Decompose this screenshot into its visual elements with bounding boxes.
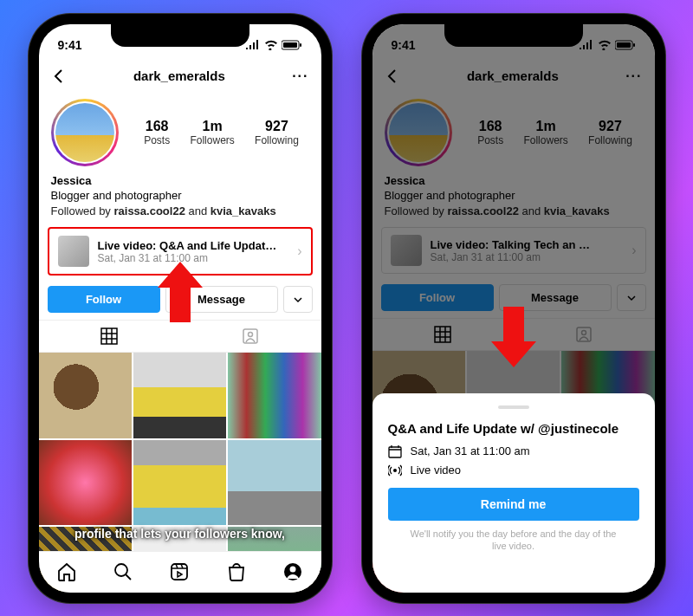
phone-notch (111, 24, 249, 47)
profile-tabs (39, 320, 321, 353)
home-icon[interactable] (56, 561, 77, 582)
stat-following[interactable]: 927 Following (255, 119, 299, 146)
profile-avatar[interactable] (51, 99, 119, 166)
battery-icon (282, 40, 302, 50)
sheet-date: Sat, Jan 31 at 11:00 am (411, 444, 530, 457)
phone-left: 9:41 dark_emeralds ··· 168 Posts (29, 14, 332, 603)
svg-rect-14 (389, 447, 401, 457)
svg-point-15 (393, 469, 397, 472)
stat-posts[interactable]: 168 Posts (144, 119, 170, 146)
grid-icon (100, 327, 118, 345)
stat-followers[interactable]: 1m Followers (190, 119, 234, 146)
sheet-date-row: Sat, Jan 31 at 11:00 am (388, 444, 639, 458)
svg-point-8 (289, 567, 295, 573)
bio-name: Jessica (51, 173, 309, 189)
following-count: 927 (255, 119, 299, 134)
reels-icon[interactable] (169, 561, 190, 582)
followers-label: Followers (190, 134, 234, 146)
following-label: Following (255, 134, 299, 146)
caption-text: profile that lets your followers know, (39, 527, 321, 541)
tagged-icon (242, 327, 259, 345)
suggestions-dropdown-button[interactable] (283, 286, 313, 313)
post-thumbnail[interactable] (228, 353, 321, 438)
post-thumbnail[interactable] (39, 353, 132, 438)
chevron-down-icon (293, 295, 303, 305)
status-time: 9:41 (58, 38, 82, 52)
broadcast-icon (388, 464, 402, 477)
live-detail-sheet: Q&A and Life Update w/ @justinecole Sat,… (372, 393, 655, 593)
sheet-handle[interactable] (498, 405, 529, 409)
bio-description: Blogger and photographer (51, 188, 309, 204)
profile-stats-row: 168 Posts 1m Followers 927 Following (39, 94, 321, 172)
shop-icon[interactable] (226, 561, 247, 582)
profile-bio: Jessica Blogger and photographer Followe… (39, 172, 321, 226)
chevron-right-icon: › (297, 243, 301, 259)
wifi-icon (264, 40, 278, 50)
post-thumbnail[interactable] (133, 440, 226, 526)
bottom-nav (39, 551, 321, 593)
back-icon[interactable] (51, 68, 67, 84)
follow-button[interactable]: Follow (48, 286, 160, 313)
annotation-arrow-down (491, 307, 536, 367)
remind-me-button[interactable]: Remind me (388, 488, 639, 521)
phone-right: 9:41 dark_emeralds ··· 168 Posts (362, 14, 665, 603)
svg-rect-1 (283, 42, 297, 48)
search-icon[interactable] (113, 561, 133, 582)
followed-by: Followed by raissa.cool22 and kvia_kavak… (51, 204, 309, 219)
svg-rect-6 (172, 564, 187, 580)
phone-notch (444, 24, 583, 47)
annotation-arrow-up (158, 262, 203, 322)
post-thumbnail[interactable] (39, 440, 132, 526)
post-thumbnail[interactable] (133, 353, 226, 438)
profile-icon[interactable] (282, 561, 303, 582)
sheet-type-row: Live video (388, 464, 639, 477)
calendar-icon (388, 444, 402, 458)
tab-tagged[interactable] (180, 321, 321, 352)
signal-icon (245, 40, 261, 49)
live-title: Live video: Q&A and Life Updat… (98, 239, 289, 252)
more-options-icon[interactable]: ··· (292, 68, 308, 84)
status-indicators (245, 40, 302, 50)
post-thumbnail[interactable] (228, 440, 321, 526)
svg-rect-2 (300, 43, 301, 47)
sheet-note: We'll notify you the day before and the … (388, 528, 639, 553)
tab-grid[interactable] (39, 321, 180, 352)
svg-point-4 (249, 333, 253, 337)
posts-label: Posts (144, 134, 170, 146)
sheet-type: Live video (411, 464, 462, 477)
profile-header: dark_emeralds ··· (39, 59, 321, 94)
sheet-title: Q&A and Life Update w/ @justinecole (388, 421, 639, 436)
followers-count: 1m (190, 119, 234, 134)
posts-count: 168 (144, 119, 170, 134)
header-username[interactable]: dark_emeralds (133, 68, 225, 83)
live-thumbnail (58, 236, 89, 267)
svg-point-5 (115, 564, 127, 576)
